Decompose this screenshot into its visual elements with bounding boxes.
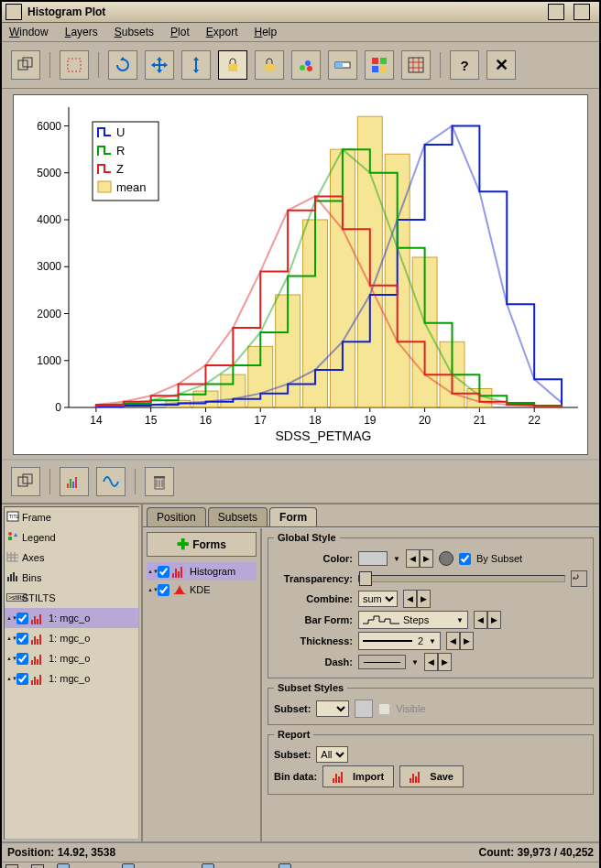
barform-spin[interactable]: ◀▶ [474, 611, 501, 629]
tree-row[interactable]: Legend [5, 527, 138, 548]
save-button[interactable]: Save [399, 765, 464, 787]
range-button[interactable] [328, 50, 357, 80]
dash-spin[interactable]: ◀▶ [424, 653, 452, 671]
svg-text:0: 0 [55, 401, 61, 414]
select-button[interactable] [60, 50, 89, 80]
svg-text:20: 20 [419, 414, 432, 427]
add-histogram-button[interactable] [60, 467, 89, 496]
form-enable-checkbox[interactable] [158, 566, 169, 578]
tree-layer-row[interactable]: ▲▼1: mgc_o [5, 608, 138, 628]
plot-area[interactable]: 0100020003000400050006000141516171819202… [13, 94, 588, 455]
tab-subsets[interactable]: Subsets [208, 507, 268, 526]
menu-export[interactable]: Export [206, 26, 238, 38]
visible-checkbox [378, 703, 390, 715]
add-layer-button[interactable] [11, 467, 40, 496]
stretch-button[interactable] [181, 50, 211, 80]
tree-row[interactable]: Bins [5, 568, 138, 588]
import-button[interactable]: Import [322, 765, 394, 787]
form-enable-checkbox[interactable] [158, 584, 169, 596]
svg-text:17: 17 [255, 414, 268, 427]
reorder-handle[interactable]: ▲▼ [6, 651, 14, 666]
tree-layer-row[interactable]: ▲▼1: mgc_o [5, 668, 138, 689]
layer-tree[interactable]: TITLEFrameLegendAxesBins>stiltsSTILTS▲▼1… [4, 506, 139, 840]
reorder-handle[interactable]: ▲▼ [6, 611, 14, 625]
layer-enable-checkbox[interactable] [16, 673, 28, 685]
tab-form[interactable]: Form [269, 507, 317, 526]
separator [49, 469, 50, 494]
pan-button[interactable] [145, 50, 174, 80]
help-button[interactable]: ? [450, 50, 479, 80]
tree-icon [6, 571, 19, 584]
barform-select[interactable]: Steps▼ [358, 611, 468, 629]
histogram-icon [31, 672, 46, 685]
sketch-button[interactable] [291, 50, 321, 80]
svg-point-6 [305, 60, 311, 66]
subset-select[interactable] [316, 700, 349, 717]
wm-maximize-button[interactable] [574, 4, 590, 20]
tree-icon [6, 531, 19, 544]
report-subset-select[interactable]: All [316, 746, 348, 763]
menu-help[interactable]: Help [255, 26, 278, 38]
tree-row[interactable]: Axes [5, 548, 138, 568]
layer-enable-checkbox[interactable] [16, 633, 28, 645]
menu-subsets[interactable]: Subsets [115, 26, 154, 38]
visible-label: Visible [396, 703, 425, 714]
svg-text:3000: 3000 [37, 260, 61, 273]
delete-layer-button[interactable] [145, 467, 174, 496]
tab-position[interactable]: Position [147, 507, 206, 526]
svg-text:mean: mean [116, 180, 147, 194]
plus-icon: ✚ [177, 536, 189, 553]
swatch-button[interactable] [365, 50, 394, 80]
lock-y-button[interactable] [255, 50, 284, 80]
by-subset-label: By Subset [476, 553, 522, 564]
wm-minimize-button[interactable] [548, 4, 564, 20]
barform-label: Bar Form: [274, 614, 353, 625]
thickness-select[interactable]: 2▼ [358, 632, 441, 650]
layer-enable-checkbox[interactable] [16, 653, 28, 665]
transparency-reset-button[interactable]: ⤾ [571, 570, 587, 587]
report-subset-label: Subset: [274, 749, 311, 760]
subset-styles-legend: Subset Styles [274, 682, 347, 693]
close-button[interactable]: ✕ [486, 50, 516, 80]
histogram-icon [31, 632, 46, 645]
tree-row[interactable]: >stiltsSTILTS [5, 588, 138, 608]
by-subset-checkbox[interactable] [459, 553, 471, 565]
frames-button[interactable] [11, 50, 40, 80]
svg-text:U: U [116, 125, 125, 139]
form-row-kde[interactable]: ▲▼ KDE [147, 580, 257, 599]
grid-button[interactable] [401, 50, 431, 80]
footer-hints: × ? Pan X/Y Stretch X/Y Frame X/Y Zoom I… [2, 862, 599, 868]
layer-enable-checkbox[interactable] [16, 613, 28, 624]
color-spin[interactable]: ◀▶ [406, 549, 433, 568]
reorder-handle[interactable]: ▲▼ [6, 671, 14, 686]
reload-button[interactable] [108, 50, 137, 80]
svg-rect-4 [265, 64, 274, 71]
combine-spin[interactable]: ◀▶ [403, 590, 431, 608]
dash-select[interactable] [358, 655, 406, 669]
form-row-histogram[interactable]: ▲▼ Histogram [147, 562, 257, 580]
wm-menu-button[interactable] [5, 4, 22, 20]
layer-label: 1: mgc_o [49, 653, 90, 664]
menu-window[interactable]: Window [9, 26, 49, 38]
main-toolbar: ? ✕ [2, 42, 599, 89]
menu-plot[interactable]: Plot [170, 26, 190, 38]
add-form-button[interactable]: ✚ Forms [147, 532, 257, 557]
tree-layer-row[interactable]: ▲▼1: mgc_o [5, 628, 138, 648]
svg-rect-77 [10, 574, 12, 581]
transparency-slider[interactable] [358, 575, 565, 582]
lock-x-button[interactable] [218, 50, 247, 80]
histogram-icon [172, 565, 187, 578]
thickness-spin[interactable]: ◀▶ [446, 632, 474, 650]
menu-layers[interactable]: Layers [65, 26, 98, 38]
color-label: Color: [274, 553, 353, 564]
add-function-button[interactable] [96, 467, 126, 496]
svg-rect-79 [16, 576, 17, 581]
reorder-handle[interactable]: ▲▼ [148, 564, 155, 579]
tree-layer-row[interactable]: ▲▼1: mgc_o [5, 648, 138, 668]
color-swatch-dropdown[interactable] [358, 551, 388, 566]
separator [49, 52, 50, 78]
reorder-handle[interactable]: ▲▼ [6, 631, 14, 646]
tree-row[interactable]: TITLEFrame [5, 507, 138, 527]
combine-select[interactable]: sum [358, 591, 398, 607]
reorder-handle[interactable]: ▲▼ [148, 582, 155, 597]
